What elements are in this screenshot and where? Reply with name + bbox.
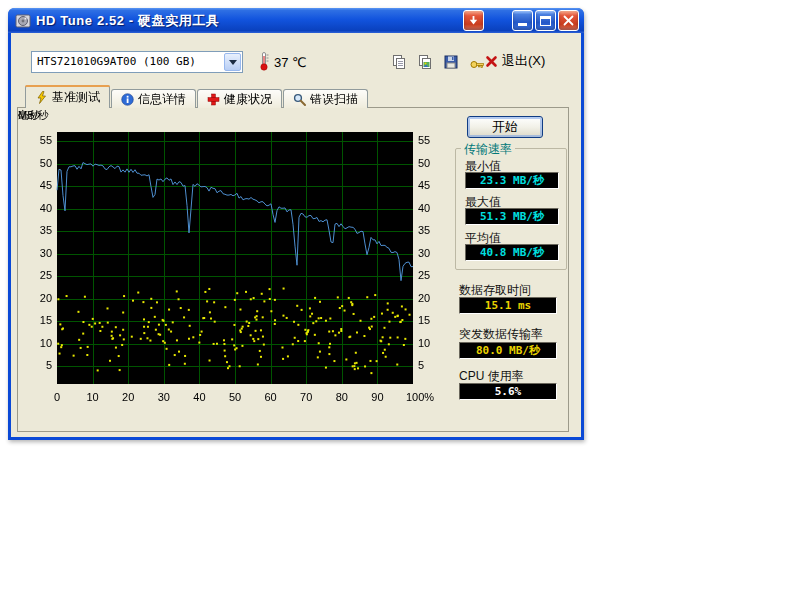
copy-text-button[interactable] xyxy=(388,51,410,73)
close-icon xyxy=(563,15,574,26)
avg-value: 40.8 MB/秒 xyxy=(465,244,559,261)
drive-select[interactable]: HTS721010G9AT00 (100 GB) xyxy=(31,51,243,73)
minimize-icon xyxy=(518,23,527,26)
copy-image-icon xyxy=(417,54,433,70)
app-icon xyxy=(15,13,31,29)
copy-text-icon xyxy=(391,54,407,70)
exit-button[interactable]: 退出(X) xyxy=(485,52,545,70)
save-icon xyxy=(443,54,459,70)
minimize-button[interactable] xyxy=(512,10,533,31)
tab-label: 健康状况 xyxy=(224,91,272,108)
tab-label: 错误扫描 xyxy=(310,91,358,108)
tab-info[interactable]: 信息详情 xyxy=(111,89,196,108)
health-icon xyxy=(207,93,220,106)
burst-rate-label: 突发数据传输率 xyxy=(459,326,543,343)
drive-select-value: HTS721010G9AT00 (100 GB) xyxy=(37,55,196,68)
thermometer-icon xyxy=(258,51,270,75)
maximize-icon xyxy=(540,16,551,26)
benchmark-panel: MB/秒 毫秒 开始 传输速率 最小值 23.3 MB/秒 最大值 51.3 M… xyxy=(17,107,569,432)
scan-icon xyxy=(293,93,306,106)
tab-label: 基准测试 xyxy=(52,89,100,106)
tab-error-scan[interactable]: 错误扫描 xyxy=(283,89,368,108)
tab-strip: 基准测试 信息详情 健康状况 xyxy=(25,85,369,108)
hd-tune-window: HD Tune 2.52 - 硬盘实用工具 xyxy=(8,8,584,440)
tab-label: 信息详情 xyxy=(138,91,186,108)
window-body: HTS721010G9AT00 (100 GB) 37 ℃ xyxy=(11,33,581,437)
titlebar[interactable]: HD Tune 2.52 - 硬盘实用工具 xyxy=(8,8,584,33)
toolbar-buttons xyxy=(388,51,488,73)
save-button[interactable] xyxy=(440,51,462,73)
exit-x-icon xyxy=(485,55,498,68)
access-time-value: 15.1 ms xyxy=(459,297,557,314)
window-title: HD Tune 2.52 - 硬盘实用工具 xyxy=(36,12,220,30)
exit-label: 退出(X) xyxy=(502,52,545,70)
close-button[interactable] xyxy=(558,10,579,31)
right-axis-title: 毫秒 xyxy=(18,108,40,123)
min-value: 23.3 MB/秒 xyxy=(465,172,559,189)
tab-benchmark[interactable]: 基准测试 xyxy=(25,85,110,108)
tab-health[interactable]: 健康状况 xyxy=(197,89,282,108)
burst-rate-value: 80.0 MB/秒 xyxy=(459,342,557,359)
maximize-button[interactable] xyxy=(535,10,556,31)
benchmark-chart xyxy=(21,112,453,412)
copy-image-button[interactable] xyxy=(414,51,436,73)
start-button[interactable]: 开始 xyxy=(467,116,543,138)
chevron-down-icon[interactable] xyxy=(224,53,241,71)
options-icon xyxy=(469,54,485,70)
roll-down-button[interactable] xyxy=(463,10,484,31)
max-value: 51.3 MB/秒 xyxy=(465,208,559,225)
info-icon xyxy=(121,93,134,106)
cpu-usage-value: 5.6% xyxy=(459,383,557,400)
temperature-value: 37 ℃ xyxy=(274,55,307,70)
benchmark-icon xyxy=(35,91,48,104)
down-arrow-icon xyxy=(468,15,479,26)
transfer-rate-group-title: 传输速率 xyxy=(461,141,515,158)
desktop: HD Tune 2.52 - 硬盘实用工具 xyxy=(0,0,800,600)
